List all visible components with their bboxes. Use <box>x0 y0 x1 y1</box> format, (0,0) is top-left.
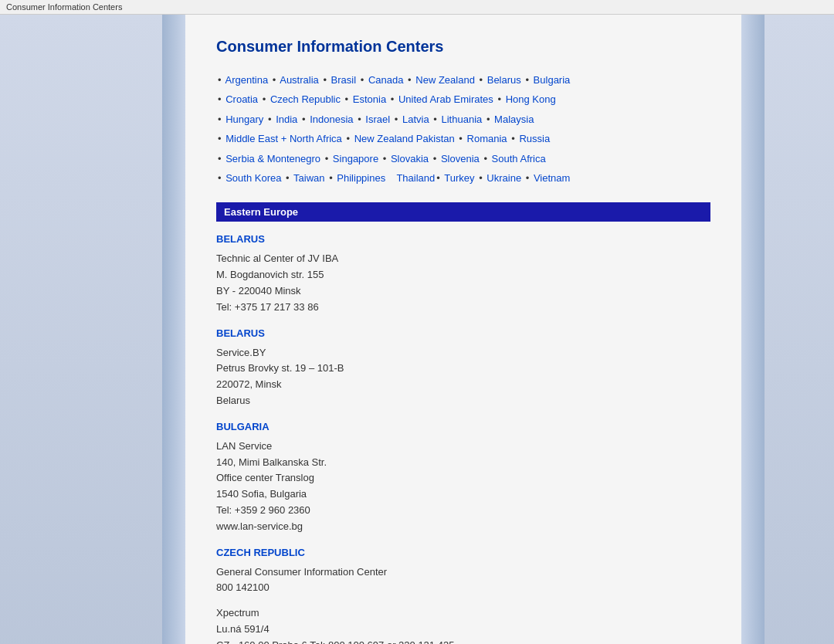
country-section-bulgaria: BULGARIA LAN Service 140, Mimi Balkanska… <box>216 421 710 535</box>
link-vietnam[interactable]: Vietnam <box>534 172 570 184</box>
country-section-belarus-1: BELARUS Technic al Center of JV IBA M. B… <box>216 233 710 315</box>
link-new-zealand[interactable]: New Zealand <box>415 74 475 86</box>
nav-row-5: • Serbia & Montenegro • Singapore • Slov… <box>216 150 710 168</box>
country-section-belarus-2: BELARUS Service.BY Petrus Brovky st. 19 … <box>216 327 710 409</box>
country-section-czech: CZECH REPUBLIC General Consumer Informat… <box>216 547 710 645</box>
nav-row-3: • Hungary • India • Indonesia • Israel •… <box>216 110 710 128</box>
link-croatia[interactable]: Croatia <box>225 93 258 105</box>
link-philippines[interactable]: Philippines <box>337 172 385 184</box>
link-romania[interactable]: Romania <box>467 133 507 144</box>
link-turkey[interactable]: Turkey <box>444 172 474 184</box>
link-belarus[interactable]: Belarus <box>487 74 521 86</box>
address-block-belarus-1: Technic al Center of JV IBA M. Bogdanovi… <box>216 251 710 315</box>
nav-row-6: • South Korea • Taiwan • Philippines Tha… <box>216 169 710 187</box>
address-block-czech-1: General Consumer Information Center 800 … <box>216 564 710 597</box>
address-block-czech-2: Xpectrum Lu.ná 591/4 CZ - 160 00 Praha 6… <box>216 605 710 644</box>
link-malaysia[interactable]: Malaysia <box>494 114 534 125</box>
link-taiwan[interactable]: Taiwan <box>293 172 324 184</box>
nav-row-2: • Croatia • Czech Republic • Estonia • U… <box>216 90 710 108</box>
page-title: Consumer Information Centers <box>216 38 710 56</box>
link-israel[interactable]: Israel <box>365 114 390 125</box>
link-south-korea[interactable]: South Korea <box>225 172 281 184</box>
nav-row-1: • Argentina • Australia • Brasil • Canad… <box>216 71 710 89</box>
bullet-1: • <box>218 74 222 86</box>
link-russia[interactable]: Russia <box>519 133 550 144</box>
nav-row-4: • Middle East + North Africa • New Zeala… <box>216 130 710 147</box>
link-lithuania[interactable]: Lithuania <box>441 114 482 125</box>
link-thailand[interactable]: Thailand <box>396 172 435 184</box>
link-ukraine[interactable]: Ukraine <box>486 172 521 184</box>
link-latvia[interactable]: Latvia <box>402 114 429 125</box>
link-india[interactable]: India <box>276 114 297 125</box>
right-sidebar <box>741 15 834 644</box>
link-hungary[interactable]: Hungary <box>225 114 263 125</box>
link-brasil[interactable]: Brasil <box>331 74 357 86</box>
section-header-eastern-europe: Eastern Europe <box>216 202 710 222</box>
link-south-africa[interactable]: South Africa <box>492 153 546 164</box>
link-singapore[interactable]: Singapore <box>333 153 378 164</box>
link-middle-east[interactable]: Middle East + North Africa <box>225 133 342 144</box>
country-label-bulgaria: BULGARIA <box>216 421 710 432</box>
link-bulgaria[interactable]: Bulgaria <box>534 74 571 86</box>
link-estonia[interactable]: Estonia <box>353 93 386 105</box>
country-label-czech: CZECH REPUBLIC <box>216 547 710 558</box>
country-label-belarus-2: BELARUS <box>216 327 710 339</box>
left-sidebar <box>0 15 185 644</box>
browser-title-text: Consumer Information Centers <box>6 2 122 12</box>
link-slovenia[interactable]: Slovenia <box>441 153 480 164</box>
main-content: Consumer Information Centers • Argentina… <box>185 15 741 644</box>
link-slovakia[interactable]: Slovakia <box>391 153 429 164</box>
address-block-bulgaria: LAN Service 140, Mimi Balkanska Str. Off… <box>216 439 710 535</box>
link-uae[interactable]: United Arab Emirates <box>398 93 493 105</box>
link-nz-pakistan[interactable]: New Zealand Pakistan <box>354 133 455 144</box>
link-serbia[interactable]: Serbia & Montenegro <box>225 153 320 164</box>
address-block-belarus-2: Service.BY Petrus Brovky st. 19 – 101-B … <box>216 345 710 409</box>
browser-title-bar: Consumer Information Centers <box>0 0 834 15</box>
nav-links: • Argentina • Australia • Brasil • Canad… <box>216 71 710 187</box>
link-czech-republic[interactable]: Czech Republic <box>270 93 341 105</box>
link-hong-kong[interactable]: Hong Kong <box>506 93 556 105</box>
link-indonesia[interactable]: Indonesia <box>310 114 353 125</box>
link-australia[interactable]: Australia <box>280 74 319 86</box>
link-argentina[interactable]: Argentina <box>225 74 268 86</box>
country-label-belarus-1: BELARUS <box>216 233 710 245</box>
link-canada[interactable]: Canada <box>368 74 404 86</box>
